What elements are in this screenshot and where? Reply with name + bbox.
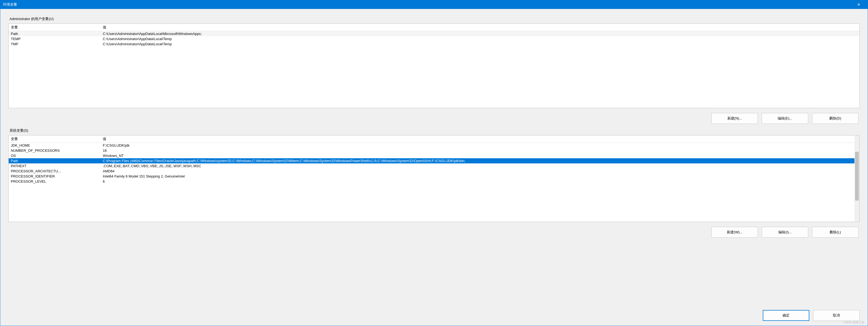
cell-name: PATHEXT [9, 163, 101, 168]
cell-value: C:\Users\Administrator\AppData\Local\Tem… [101, 36, 859, 42]
cell-name: PROCESSOR_IDENTIFIER [9, 174, 101, 179]
table-row[interactable]: JDK_HOME F:\CSGL\JDK\jdk [9, 143, 859, 148]
cell-value: C:\Program Files (x86)\Common Files\Orac… [101, 158, 859, 163]
system-vars-table-wrap: 变量 值 JDK_HOME F:\CSGL\JDK\jdk NUMBER_OF_… [8, 135, 860, 222]
ok-button[interactable]: 确定 [763, 310, 809, 321]
cell-name: PROCESSOR_ARCHITECTU... [9, 168, 101, 174]
table-row[interactable]: PROCESSOR_IDENTIFIER Intel64 Family 6 Mo… [9, 174, 859, 179]
user-edit-button[interactable]: 编辑(E)... [762, 113, 808, 124]
cell-value: 6 [101, 179, 859, 184]
dialog-content: Administrator 的用户变量(U) 变量 值 Path C:\User… [0, 9, 868, 305]
sys-col-name[interactable]: 变量 [9, 135, 101, 143]
system-vars-label: 系统变量(S) [8, 128, 860, 133]
system-scrollbar[interactable] [855, 135, 859, 222]
system-buttons: 新建(W)... 编辑(I)... 删除(L) [8, 222, 860, 239]
table-row[interactable]: PATHEXT .COM;.EXE;.BAT;.CMD;.VBS;.VBE;.J… [9, 163, 859, 168]
system-vars-table[interactable]: 变量 值 JDK_HOME F:\CSGL\JDK\jdk NUMBER_OF_… [9, 135, 859, 184]
cell-value: F:\CSGL\JDK\jdk [101, 143, 859, 148]
user-delete-button[interactable]: 删除(D) [812, 113, 859, 124]
table-row[interactable]: Path C:\Program Files (x86)\Common Files… [9, 158, 859, 163]
user-new-button[interactable]: 新建(N)... [711, 113, 758, 124]
cell-name: PROCESSOR_LEVEL [9, 179, 101, 184]
user-col-value[interactable]: 值 [101, 24, 859, 31]
cancel-button[interactable]: 取消 [813, 310, 860, 321]
user-col-name[interactable]: 变量 [9, 24, 101, 31]
table-row[interactable]: TEMP C:\Users\Administrator\AppData\Loca… [9, 36, 859, 42]
close-icon[interactable]: ✕ [852, 0, 865, 9]
cell-value: Windows_NT [101, 153, 859, 158]
system-new-button[interactable]: 新建(W)... [711, 227, 758, 238]
system-edit-button[interactable]: 编辑(I)... [762, 227, 808, 238]
titlebar[interactable]: 环境变量 ✕ [0, 0, 868, 9]
cell-value: 16 [101, 148, 859, 153]
table-row[interactable]: NUMBER_OF_PROCESSORS 16 [9, 148, 859, 153]
env-variables-dialog: 环境变量 ✕ Administrator 的用户变量(U) 变量 值 Path … [0, 0, 868, 326]
table-row[interactable]: OS Windows_NT [9, 153, 859, 158]
cell-value: Intel64 Family 6 Model 151 Stepping 2, G… [101, 174, 859, 179]
table-row[interactable]: TMP C:\Users\Administrator\AppData\Local… [9, 42, 859, 47]
scrollbar-thumb[interactable] [855, 152, 859, 200]
user-vars-table-wrap: 变量 值 Path C:\Users\Administrator\AppData… [8, 24, 860, 108]
cell-name: TMP [9, 42, 101, 47]
table-row[interactable]: PROCESSOR_LEVEL 6 [9, 179, 859, 184]
cell-name: JDK_HOME [9, 143, 101, 148]
cell-name: OS [9, 153, 101, 158]
cell-value: AMD64 [101, 168, 859, 174]
cell-name: Path [9, 31, 101, 36]
watermark: CSDN @陈三岁. [843, 320, 865, 324]
cell-value: C:\Users\Administrator\AppData\Local\Mic… [101, 31, 859, 36]
user-vars-table[interactable]: 变量 值 Path C:\Users\Administrator\AppData… [9, 24, 859, 47]
user-buttons: 新建(N)... 编辑(E)... 删除(D) [8, 108, 860, 126]
dialog-buttons: 确定 取消 [0, 305, 868, 326]
cell-name: Path [9, 158, 101, 163]
table-row[interactable]: Path C:\Users\Administrator\AppData\Loca… [9, 31, 859, 36]
cell-name: TEMP [9, 36, 101, 42]
sys-col-value[interactable]: 值 [101, 135, 859, 143]
user-vars-label: Administrator 的用户变量(U) [8, 17, 860, 21]
table-row[interactable]: PROCESSOR_ARCHITECTU... AMD64 [9, 168, 859, 174]
system-delete-button[interactable]: 删除(L) [812, 227, 859, 238]
window-title: 环境变量 [3, 2, 852, 7]
cell-value: .COM;.EXE;.BAT;.CMD;.VBS;.VBE;.JS;.JSE;.… [101, 163, 859, 168]
cell-value: C:\Users\Administrator\AppData\Local\Tem… [101, 42, 859, 47]
cell-name: NUMBER_OF_PROCESSORS [9, 148, 101, 153]
